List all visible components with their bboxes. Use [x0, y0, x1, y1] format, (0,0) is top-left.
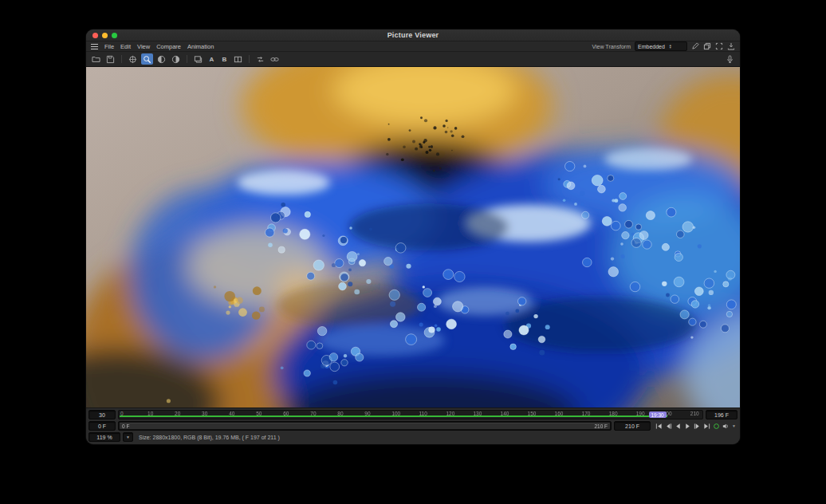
step-back-icon[interactable]: [664, 422, 673, 431]
go-end-icon[interactable]: [702, 422, 711, 431]
folder-open-icon[interactable]: [90, 53, 102, 65]
minimize-button[interactable]: [102, 33, 108, 38]
link-ab-icon[interactable]: [269, 53, 281, 65]
compare-b-button[interactable]: B: [219, 53, 230, 65]
window-controls: [92, 30, 117, 41]
ruler-tick: 210: [690, 411, 699, 416]
compare-split-icon[interactable]: [232, 53, 244, 65]
zoom-level-field[interactable]: 119 %: [88, 432, 120, 442]
step-forward-icon[interactable]: [693, 422, 702, 431]
range-row: 0 F 0 F 210 F 210 F ▼: [88, 421, 738, 431]
playhead[interactable]: 19:30: [649, 411, 667, 418]
pencil-icon[interactable]: [691, 42, 699, 50]
compare-a-button[interactable]: A: [206, 53, 217, 65]
fps-field[interactable]: 30: [88, 410, 116, 419]
play-icon[interactable]: [683, 422, 692, 431]
dropdown-arrows-icon: ▲▼: [669, 44, 672, 49]
navigate-icon[interactable]: [127, 53, 139, 65]
menu-animation[interactable]: Animation: [187, 43, 214, 50]
status-row: 119 % ▼ Size: 2880x1800, RGB (8 Bit), 19…: [88, 432, 738, 442]
preview-range-bar[interactable]: 0 F 210 F: [118, 421, 612, 431]
ruler-row: 30 0102030405060708090100110120130140150…: [88, 410, 738, 419]
speaker-icon[interactable]: [722, 422, 730, 431]
copy-icon[interactable]: [703, 42, 711, 50]
toolbar: A B: [86, 52, 740, 67]
swap-ab-icon[interactable]: [254, 53, 266, 65]
rendered-image: [86, 67, 740, 408]
render-progress-bar: [120, 415, 667, 417]
menu-file[interactable]: File: [104, 43, 114, 50]
view-transform-select[interactable]: Embedded ▲▼: [635, 41, 687, 51]
zoom-button[interactable]: [112, 33, 117, 38]
toolbar-divider: [249, 55, 250, 63]
playhead-label: 19:30: [651, 412, 663, 418]
close-button[interactable]: [92, 33, 98, 38]
toolbar-divider: [187, 55, 187, 63]
contrast-icon[interactable]: [155, 53, 167, 65]
render-viewport[interactable]: [86, 67, 740, 408]
download-icon[interactable]: [727, 42, 735, 50]
zoom-dropdown-arrow-icon[interactable]: ▼: [123, 432, 133, 442]
fullscreen-icon[interactable]: [715, 42, 723, 50]
filmstrip-icon[interactable]: [192, 53, 204, 65]
range-bar-end-label: 210 F: [594, 423, 608, 429]
menu-view[interactable]: View: [137, 43, 150, 50]
preview-range-handle[interactable]: 0 F 210 F: [120, 423, 610, 429]
menu-compare[interactable]: Compare: [156, 43, 181, 50]
hamburger-icon[interactable]: [91, 44, 98, 49]
go-start-icon[interactable]: [655, 422, 663, 431]
timeline-ruler[interactable]: 0102030405060708090100110120130140150160…: [118, 410, 703, 419]
titlebar[interactable]: Picture Viewer: [86, 30, 740, 41]
range-start-field[interactable]: 0 F: [88, 421, 116, 431]
timeline-panel: 30 0102030405060708090100110120130140150…: [86, 408, 740, 444]
range-bar-start-label: 0 F: [122, 423, 129, 429]
play-back-icon[interactable]: [674, 422, 682, 431]
toolbar-divider: [121, 55, 122, 63]
picture-viewer-window: Picture Viewer File Edit View Compare An…: [86, 30, 740, 444]
zoom-icon[interactable]: [141, 53, 153, 65]
volume-dropdown-icon[interactable]: ▼: [732, 423, 736, 428]
gamma-icon[interactable]: [170, 53, 182, 65]
current-frame-field[interactable]: 196 F: [706, 410, 738, 419]
view-transform-value: Embedded: [638, 44, 665, 49]
range-end-field[interactable]: 210 F: [614, 421, 651, 431]
mic-icon[interactable]: [724, 53, 736, 65]
menubar: File Edit View Compare Animation View Tr…: [86, 41, 740, 52]
image-info-text: Size: 2880x1800, RGB (8 Bit), 19.76 MB, …: [136, 432, 280, 442]
loop-icon[interactable]: [712, 422, 721, 431]
menu-edit[interactable]: Edit: [120, 43, 131, 50]
window-title: Picture Viewer: [387, 31, 439, 39]
menubar-right: View Transform Embedded ▲▼: [592, 41, 736, 51]
view-transform-label: View Transform: [592, 44, 631, 49]
transport-controls: ▼: [653, 421, 738, 431]
save-icon[interactable]: [104, 53, 116, 65]
